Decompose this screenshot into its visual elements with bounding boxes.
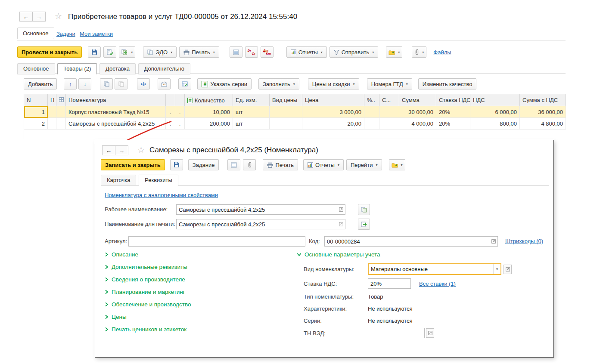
goto-button[interactable]: Перейти▾ [346,159,382,170]
cell-total[interactable]: 36 000,00 [520,106,566,118]
section-main-accounting-params[interactable]: Основные параметры учета [297,251,380,258]
barcodes-link[interactable]: Штрихкоды (0) [505,238,543,244]
table-settings-button[interactable] [178,78,191,89]
fill-from-name-button[interactable] [358,219,370,230]
chevron-down-icon[interactable]: ▾ [493,264,500,274]
prices-discounts-button[interactable]: Цены и скидки▾ [308,78,359,89]
code-field[interactable] [324,236,498,247]
cell-vat-rate[interactable]: 20% [436,118,470,130]
cell-price-type[interactable] [270,106,302,118]
cell-c[interactable] [379,118,399,130]
tnved-open-button[interactable] [426,328,434,338]
forward-button[interactable]: → [115,145,128,155]
move-down-button[interactable]: ↓ [78,78,91,89]
files-link[interactable]: Файлы [433,49,451,56]
reports-button[interactable]: Отчеты▾ [303,159,344,170]
col-price[interactable]: Цена [302,94,364,106]
col-quantity[interactable]: # Количество [185,94,233,106]
cell-vat-rate[interactable]: 20% [436,106,470,118]
section-additional-requisites[interactable]: Дополнительные реквизиты [105,264,187,270]
col-icon[interactable] [56,94,66,106]
col-price-type[interactable]: Вид цены [270,94,302,106]
col-pct[interactable]: %.. [364,94,379,106]
create-based-on-button[interactable]: ▾ [119,46,135,58]
cell-sum[interactable]: 4 000,00 [399,118,436,130]
all-rates-link[interactable]: Все ставки (1) [419,281,456,287]
col-nomenclature[interactable]: Номенклатура [66,94,166,106]
print-button[interactable]: Печать [263,159,298,170]
open-icon[interactable] [337,219,345,229]
col-h[interactable]: Н [48,94,56,106]
similar-properties-link[interactable]: Номенклатура с аналогичными свойствами [105,192,218,198]
print-name-field[interactable] [176,219,345,229]
cell-price[interactable]: 3 000,00 [302,106,364,118]
send-button[interactable]: Отправить▾ [329,46,378,58]
cell-vat[interactable]: 6 000,00 [470,106,520,118]
cell-h[interactable] [48,106,56,118]
section-prices[interactable]: Цены [105,314,127,320]
article-field[interactable] [128,236,305,247]
cell-h[interactable] [48,118,56,130]
tab-additional[interactable]: Дополнительно [138,63,191,74]
save-button[interactable] [88,46,101,58]
nav-link-tasks[interactable]: Задачи [56,31,75,37]
back-button[interactable]: ← [102,145,115,155]
open-icon[interactable] [337,205,345,214]
post-and-close-button[interactable]: Провести и закрыть [17,46,82,58]
col-unit[interactable]: Ед. изм. [233,94,270,106]
cell-sum[interactable]: 30 000,00 [399,106,436,118]
nav-link-notes[interactable]: Мои заметки [80,31,113,37]
open-icon[interactable] [489,237,497,246]
item-kind-combobox[interactable]: ▾ [368,263,501,275]
col-vat[interactable]: НДС [470,94,520,106]
forward-button[interactable]: → [32,12,46,22]
task-button[interactable]: Задание [188,159,219,170]
gtd-numbers-button[interactable]: Номера ГТД▾ [367,78,412,89]
post-document-button[interactable] [103,46,116,58]
save-button[interactable] [170,159,183,170]
tab-goods[interactable]: Товары (2) [57,63,97,74]
col-n[interactable]: N [24,94,48,106]
section-supply-production[interactable]: Обеспечение и производство [105,301,191,308]
col-flag1[interactable] [166,94,175,106]
register-records-button[interactable] [230,46,242,58]
dtkt-button[interactable]: Дт Кт [261,46,274,58]
copy-row-button[interactable] [100,78,113,89]
cell-quantity[interactable]: 10,000 [185,106,233,118]
cell-price-type[interactable] [270,118,302,130]
col-flag2[interactable] [175,94,185,106]
specify-series-button[interactable]: # Указать серии [197,78,251,89]
cell-vat[interactable]: 800,00 [470,118,520,130]
cell-n[interactable]: 1 [24,106,48,118]
reports-button[interactable]: Отчеты▾ [286,46,327,58]
cell-icon[interactable] [56,118,66,130]
attachments-button[interactable] [243,159,256,170]
split-row-button[interactable] [137,78,150,89]
back-button[interactable]: ← [19,12,33,22]
favorite-star-icon[interactable]: ☆ [55,11,62,21]
section-description[interactable]: Описание [105,251,138,258]
cell-pct[interactable] [364,106,379,118]
section-manufacturer-info[interactable]: Сведения о производителе [105,276,185,283]
col-total[interactable]: Сумма с НДС [520,94,566,106]
edo-button[interactable]: ЭДО▾ [143,46,177,58]
cell-n[interactable]: 2 [24,118,48,130]
vat-rate-field[interactable] [368,278,411,289]
save-and-close-button[interactable]: Записать и закрыть [101,159,165,170]
working-name-field[interactable] [176,204,345,215]
cell-total[interactable]: 4 800,00 [520,118,566,130]
section-planning-marketing[interactable]: Планирование и маркетинг [105,289,185,295]
cell-quantity[interactable]: 200,000 [185,118,233,130]
cell-icon[interactable] [56,106,66,118]
copy-name-button[interactable] [358,204,370,215]
move-up-button[interactable]: ↑ [64,78,77,89]
fill-button[interactable]: Заполнить▾ [258,78,299,89]
cell-pct[interactable] [364,118,379,130]
tab-delivery[interactable]: Доставка [99,63,136,74]
tab-card[interactable]: Карточка [101,175,136,186]
paste-row-button[interactable] [115,78,127,89]
print-button[interactable]: Печать▾ [179,46,219,58]
cell-unit[interactable]: шт [233,118,270,130]
favorite-star-icon[interactable]: ☆ [137,145,145,155]
register-records-button[interactable] [227,159,240,170]
